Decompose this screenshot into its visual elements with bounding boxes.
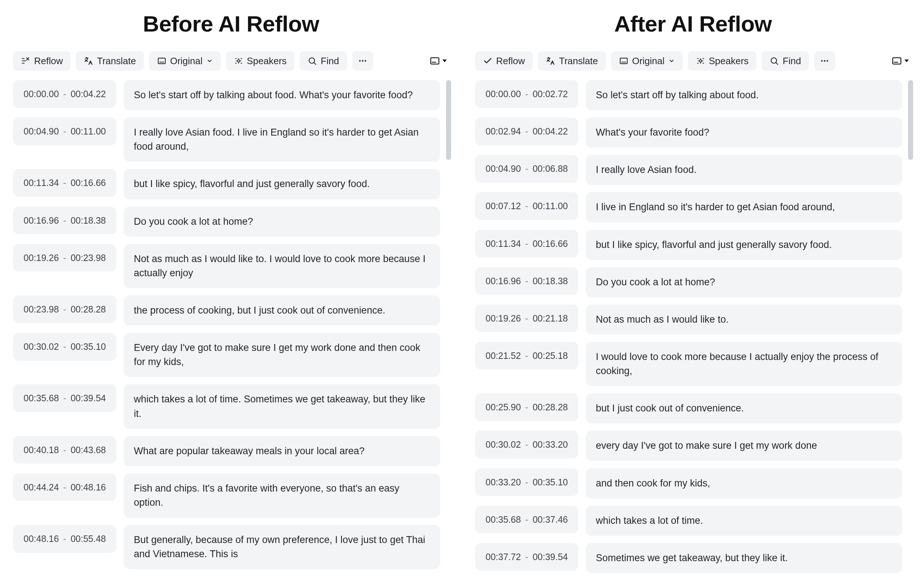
transcript-text[interactable]: What are popular takeaway meals in your … [124,436,440,466]
time-range[interactable]: 00:21.52-00:25.18 [475,342,578,370]
transcript-row[interactable]: 00:16.96-00:18.38Do you cook a lot at ho… [475,267,902,297]
time-range[interactable]: 00:30.02-00:33.20 [475,431,578,458]
time-range[interactable]: 00:40.18-00:43.68 [13,436,116,464]
speakers-button[interactable]: Speakers [226,51,295,71]
transcript-text[interactable]: but I just cook out of convenience. [586,393,902,423]
time-range[interactable]: 00:19.26-00:21.18 [475,305,578,333]
time-range[interactable]: 00:30.02-00:35.10 [13,333,116,361]
original-dropdown[interactable]: Original [149,51,221,71]
more-button[interactable] [352,51,373,71]
transcript-row[interactable]: 00:30.02-00:33.20every day I've got to m… [475,431,902,461]
transcript-text[interactable]: but I like spicy, flavorful and just gen… [586,230,902,260]
transcript-text[interactable]: the process of cooking, but I just cook … [124,295,440,326]
transcript-row[interactable]: 00:25.90-00:28.28but I just cook out of … [475,393,902,423]
transcript-row[interactable]: 00:00.00-00:04.22So let's start off by t… [13,80,440,110]
time-range[interactable]: 00:16.96-00:18.38 [13,207,116,234]
transcript-text[interactable]: Every day I've got to make sure I get my… [124,333,440,377]
more-button[interactable] [814,51,835,71]
reflow-button[interactable]: Reflow [475,51,533,71]
scrollbar-thumb[interactable] [446,80,451,160]
time-dash: - [63,177,67,189]
page-title-before: Before AI Reflow [0,11,462,36]
transcript-text[interactable]: So let's start off by talking about food… [124,80,440,110]
transcript-text[interactable]: But generally, because of my own prefere… [124,525,440,569]
transcript-row[interactable]: 00:33.20-00:35.10and then cook for my ki… [475,468,902,498]
time-range[interactable]: 00:04.90-00:06.88 [475,155,578,183]
transcript-text[interactable]: but I like spicy, flavorful and just gen… [124,169,440,199]
time-range[interactable]: 00:02.94-00:04.22 [475,117,578,145]
toolbar-row-before: Reflow Translate Original [0,51,462,76]
transcript-row[interactable]: 00:37.72-00:39.54Sometimes we get takeaw… [475,543,902,573]
transcript-text[interactable]: I would love to cook more because I actu… [586,342,902,386]
time-dash: - [525,313,529,325]
transcript-text[interactable]: Do you cook a lot at home? [124,207,440,237]
time-range[interactable]: 00:11.34-00:16.66 [13,169,116,197]
time-range[interactable]: 00:37.72-00:39.54 [475,543,578,571]
reflow-button[interactable]: Reflow [13,51,71,71]
time-range[interactable]: 00:16.96-00:18.38 [475,267,578,295]
transcript-row[interactable]: 00:16.96-00:18.38Do you cook a lot at ho… [13,207,440,237]
transcript-row[interactable]: 00:40.18-00:43.68What are popular takeaw… [13,436,440,466]
transcript-row[interactable]: 00:11.34-00:16.66but I like spicy, flavo… [13,169,440,199]
scrollbar-thumb[interactable] [908,80,913,160]
time-range[interactable]: 00:04.90-00:11.00 [13,117,116,145]
transcript-text[interactable]: What's your favorite food? [586,117,902,148]
transcript-text[interactable]: Sometimes we get takeaway, but they like… [586,543,902,573]
transcript-row[interactable]: 00:19.26-00:23.98Not as much as I would … [13,244,440,288]
transcript-row[interactable]: 00:04.90-00:06.88I really love Asian foo… [475,155,902,185]
time-range[interactable]: 00:19.26-00:23.98 [13,244,116,272]
svg-point-2 [309,58,315,63]
original-dropdown[interactable]: Original [611,51,683,71]
transcript-row[interactable]: 00:19.26-00:21.18Not as much as I would … [475,305,902,334]
transcript-row[interactable]: 00:44.24-00:48.16Fish and chips. It's a … [13,473,440,517]
transcript-text[interactable]: So let's start off by talking about food… [586,80,902,110]
time-range[interactable]: 00:11.34-00:16.66 [475,230,578,258]
transcript-text[interactable]: I really love Asian food. [586,155,902,185]
scrollbar[interactable] [446,80,451,576]
transcript-row[interactable]: 00:35.68-00:39.54which takes a lot of ti… [13,384,440,428]
transcript-row[interactable]: 00:11.34-00:16.66but I like spicy, flavo… [475,230,902,260]
time-range[interactable]: 00:07.12-00:11.00 [475,192,578,220]
transcript-text[interactable]: I live in England so it's harder to get … [586,192,902,222]
transcript-text[interactable]: Not as much as I would like to. I would … [124,244,440,288]
transcript-row[interactable]: 00:04.90-00:11.00I really love Asian foo… [13,117,440,161]
translate-button[interactable]: Translate [76,51,144,71]
transcript-text[interactable]: which takes a lot of time. [586,506,902,536]
time-range[interactable]: 00:00.00-00:02.72 [475,80,578,108]
time-start: 00:30.02 [485,438,521,451]
transcript-row[interactable]: 00:48.16-00:55.48But generally, because … [13,525,440,569]
time-range[interactable]: 00:44.24-00:48.16 [13,473,116,501]
view-mode-dropdown[interactable] [427,53,449,69]
search-icon [307,56,317,66]
transcript-row[interactable]: 00:35.68-00:37.46which takes a lot of ti… [475,506,902,536]
find-button[interactable]: Find [300,51,347,71]
speakers-button[interactable]: Speakers [688,51,757,71]
time-range[interactable]: 00:35.68-00:39.54 [13,384,116,412]
svg-point-5 [365,60,366,62]
transcript-row[interactable]: 00:23.98-00:28.28the process of cooking,… [13,295,440,326]
transcript-text[interactable]: Not as much as I would like to. [586,305,902,334]
time-range[interactable]: 00:23.98-00:28.28 [13,295,116,323]
time-range[interactable]: 00:48.16-00:55.48 [13,525,116,553]
transcript-text[interactable]: Do you cook a lot at home? [586,267,902,297]
transcript-text[interactable]: and then cook for my kids, [586,468,902,498]
transcript-text[interactable]: Fish and chips. It's a favorite with eve… [124,473,440,517]
transcript-text[interactable]: which takes a lot of time. Sometimes we … [124,384,440,428]
translate-button[interactable]: Translate [538,51,606,71]
time-range[interactable]: 00:35.68-00:37.46 [475,506,578,534]
transcript-row[interactable]: 00:00.00-00:02.72So let's start off by t… [475,80,902,110]
transcript-text[interactable]: every day I've got to make sure I get my… [586,431,902,461]
find-button[interactable]: Find [762,51,809,71]
transcript-row[interactable]: 00:07.12-00:11.00I live in England so it… [475,192,902,222]
scrollbar[interactable] [908,80,913,576]
time-range[interactable]: 00:00.00-00:04.22 [13,80,116,108]
time-start: 00:35.68 [485,514,521,526]
transcript-row[interactable]: 00:21.52-00:25.18I would love to cook mo… [475,342,902,386]
time-range[interactable]: 00:33.20-00:35.10 [475,468,578,496]
time-range[interactable]: 00:25.90-00:28.28 [475,393,578,421]
view-mode-dropdown[interactable] [889,53,911,69]
transcript-text[interactable]: I really love Asian food. I live in Engl… [124,117,440,161]
transcript-row[interactable]: 00:02.94-00:04.22What's your favorite fo… [475,117,902,148]
time-start: 00:44.24 [23,481,59,493]
transcript-row[interactable]: 00:30.02-00:35.10Every day I've got to m… [13,333,440,377]
